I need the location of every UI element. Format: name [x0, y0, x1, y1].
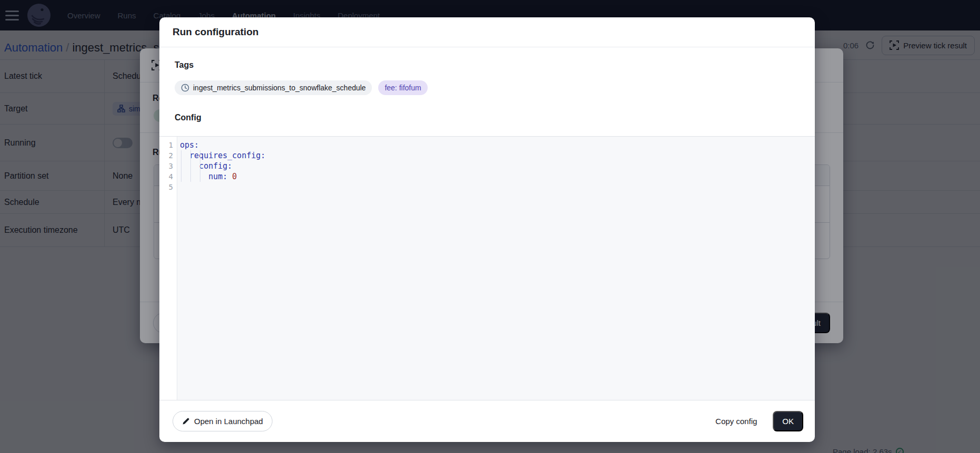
- fee-tag[interactable]: fee: fifofum: [378, 80, 427, 95]
- clock-icon: [181, 84, 189, 92]
- pencil-icon: [182, 417, 190, 425]
- line-number-gutter: 12345: [159, 137, 177, 400]
- line-number: 2: [159, 150, 177, 161]
- open-in-launchpad-button[interactable]: Open in Launchpad: [173, 411, 272, 431]
- dialog-title: Run configuration: [159, 17, 815, 47]
- ok-button[interactable]: OK: [773, 411, 803, 431]
- line-number: 4: [159, 171, 177, 182]
- schedule-tag[interactable]: ingest_metrics_submissions_to_snowflake_…: [175, 80, 372, 95]
- code-line: num: 0: [180, 171, 815, 182]
- code-line: config:: [180, 161, 815, 171]
- indent-guide: [190, 150, 191, 182]
- copy-config-button[interactable]: Copy config: [715, 417, 757, 426]
- line-number: 1: [159, 140, 177, 150]
- code-line: [180, 182, 815, 192]
- code-area[interactable]: ops: requires_config: config: num: 0: [177, 137, 815, 400]
- config-section-label: Config: [175, 113, 201, 122]
- tags-section-label: Tags: [175, 60, 194, 70]
- line-number: 5: [159, 182, 177, 192]
- run-configuration-dialog: Run configuration Tags ingest_metrics_su…: [159, 17, 815, 442]
- tag-list: ingest_metrics_submissions_to_snowflake_…: [175, 80, 428, 95]
- code-line: ops:: [180, 140, 815, 150]
- config-editor[interactable]: 12345 ops: requires_config: config: num:…: [159, 136, 815, 400]
- line-number: 3: [159, 161, 177, 171]
- code-line: requires_config:: [180, 150, 815, 161]
- indent-guide: [181, 150, 181, 182]
- indent-guide: [200, 150, 200, 182]
